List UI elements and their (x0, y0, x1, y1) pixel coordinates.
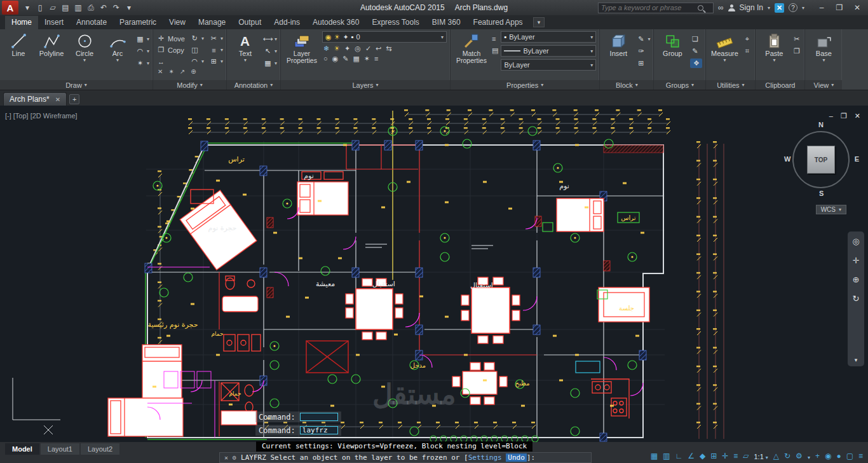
copy-clip-icon[interactable]: ❐ (792, 46, 801, 56)
join-button[interactable]: ⊕ (191, 68, 196, 75)
command-close-icon[interactable]: ✕ (224, 454, 228, 461)
layer-walk-tool-icon[interactable]: ▦ (353, 55, 359, 63)
panel-label-block[interactable]: Block▾ (600, 80, 653, 90)
base-button[interactable]: Base ▾ (808, 31, 839, 80)
command-input-bar[interactable]: ✕ ⚙ LAYFRZ Select an object on the layer… (219, 452, 592, 463)
cut-icon[interactable]: ✂ (792, 34, 801, 44)
panel-label-layers[interactable]: Layers▾ (281, 80, 450, 90)
move-button[interactable]: ✛Move (156, 34, 185, 43)
pan-icon[interactable]: ✛ (853, 256, 860, 265)
new-drawing-tab-button[interactable]: + (69, 94, 79, 104)
linetype-dropdown[interactable]: ByLayer ▾ (501, 45, 596, 57)
properties-list-icon[interactable]: ▤ (492, 46, 498, 55)
lineweight-icon[interactable]: ≡ (733, 452, 738, 460)
otrack-icon[interactable]: ✛ (722, 452, 728, 460)
minimize-button[interactable]: – (813, 1, 831, 14)
doc-tab-close-icon[interactable]: ✕ (55, 96, 60, 103)
layer-freeze-sun-icon[interactable]: ☀ (334, 33, 341, 41)
block-create-icon[interactable]: ⊞ (636, 59, 650, 68)
compass-south[interactable]: S (819, 190, 824, 197)
annotation-visibility-icon[interactable]: △ (773, 452, 779, 460)
mirror-button[interactable]: ◫ (190, 45, 204, 55)
panel-label-modify[interactable]: Modify▾ (153, 80, 226, 90)
linetype-caret-icon[interactable]: ▾ (590, 48, 593, 54)
measure-caret-icon[interactable]: ▾ (723, 58, 726, 62)
viewport-view-control[interactable]: [Top] (13, 112, 29, 120)
layer-select-dropdown[interactable]: ◉ ☀ ✦ ▪ 0 ▾ (322, 31, 447, 43)
scale-button[interactable]: ↗ (180, 68, 185, 75)
circle-caret-icon[interactable]: ▾ (83, 58, 86, 62)
clean-screen-icon[interactable]: ▢ (846, 452, 853, 460)
line-button[interactable]: Line (3, 31, 34, 80)
polar-icon[interactable]: ∠ (688, 452, 695, 460)
binoculars-icon[interactable]: ∞ (718, 3, 724, 12)
new-file-icon[interactable]: ▯ (34, 2, 46, 13)
ungroup-icon[interactable]: ❏ (690, 34, 702, 44)
viewport-visual-style-control[interactable]: [2D Wireframe] (31, 112, 78, 120)
vp-minimize-icon[interactable]: – (829, 112, 833, 120)
id-point-icon[interactable]: ⌖ (742, 34, 752, 44)
fillet-button[interactable]: ◠▾ (190, 57, 204, 66)
maximize-button[interactable]: ❐ (831, 1, 848, 14)
recent-input-box[interactable] (300, 413, 338, 421)
compass-east[interactable]: E (855, 155, 859, 163)
text-caret-icon[interactable]: ▾ (244, 58, 247, 62)
layer-match-tool-icon[interactable]: ✓ (365, 45, 371, 53)
undo-icon[interactable]: ↶ (98, 2, 109, 13)
panel-label-clipboard[interactable]: Clipboard (756, 80, 804, 90)
match-properties-button[interactable]: Match Properties (454, 31, 489, 80)
dimension-tool-icon[interactable]: ⟷▾ (263, 34, 277, 44)
tab-addins[interactable]: Add-ins (268, 16, 306, 29)
panel-label-utilities[interactable]: Utilities▾ (706, 80, 755, 90)
tab-insert[interactable]: Insert (38, 16, 70, 29)
group-button[interactable]: Group (657, 31, 688, 80)
workspace-gear-icon[interactable]: ⚙ (796, 452, 803, 460)
panel-label-draw[interactable]: Draw▾ (0, 80, 153, 90)
redo-icon[interactable]: ↷ (111, 2, 122, 13)
search-icon[interactable] (698, 5, 703, 11)
grid-icon[interactable]: ▦ (651, 452, 658, 460)
lineweight-dropdown[interactable]: ByLayer ▾ (501, 59, 596, 71)
rotate-button[interactable]: ↻▾ (190, 34, 204, 43)
layer-isolate-tool-icon[interactable]: ◎ (355, 45, 361, 53)
object-color-list-icon[interactable]: ≡ (492, 35, 498, 43)
leader-tool-icon[interactable]: ↖▾ (263, 46, 277, 56)
save-icon[interactable]: ▤ (60, 2, 71, 13)
viewport-menu-control[interactable]: [-] (5, 112, 11, 120)
tab-autodesk360[interactable]: Autodesk 360 (306, 16, 365, 29)
search-input[interactable] (601, 4, 695, 11)
layer-state-tool-icon[interactable]: ≡ (374, 55, 378, 63)
save-as-icon[interactable]: ▥ (72, 2, 84, 13)
tab-bim360[interactable]: BIM 360 (426, 16, 467, 29)
layer-on-off-tool-icon[interactable]: ☀ (334, 45, 340, 53)
offset-button[interactable]: ≡▾ (209, 45, 223, 55)
sign-in-caret-icon[interactable]: ▾ (768, 6, 770, 10)
tab-model[interactable]: Model (5, 443, 39, 455)
sign-in-button[interactable]: Sign In (740, 3, 763, 12)
open-file-icon[interactable]: ▱ (47, 2, 58, 13)
snap-icon[interactable]: ▥ (663, 452, 670, 460)
panel-label-properties[interactable]: Properties▾ (451, 80, 599, 90)
workspace-caret-icon[interactable]: ▾ (808, 455, 810, 460)
autocad-logo-icon[interactable]: A (2, 1, 18, 15)
customization-icon[interactable]: ≡ (858, 452, 863, 460)
steering-wheel-icon[interactable]: ◎ (852, 237, 859, 246)
array-button[interactable]: ⊞▾ (209, 57, 223, 66)
panel-label-view[interactable]: View▾ (805, 80, 842, 90)
layer-merge-tool-icon[interactable]: ⇆ (386, 45, 391, 53)
layer-properties-button[interactable]: Layer Properties (284, 31, 320, 80)
graphics-performance-icon[interactable]: ● (836, 452, 841, 460)
text-button[interactable]: A Text ▾ (230, 31, 261, 80)
doc-tab-arch-plans[interactable]: Arch Plans* ✕ (3, 92, 67, 106)
qat-customize-caret-icon[interactable]: ▾ (123, 2, 135, 13)
tab-layout2[interactable]: Layout2 (81, 443, 119, 455)
tab-output[interactable]: Output (232, 16, 268, 29)
layer-lock-tool-icon[interactable]: ✦ (344, 45, 350, 53)
app-menu-caret-icon[interactable]: ▾ (22, 2, 33, 13)
hatch-tool-icon[interactable]: ▦▾ (135, 34, 149, 44)
tab-view[interactable]: View (163, 16, 192, 29)
tab-manage[interactable]: Manage (192, 16, 232, 29)
group-edit-icon[interactable]: ✎ (690, 46, 702, 56)
paste-button[interactable]: Paste ▾ (759, 31, 789, 80)
zoom-icon[interactable]: ⊕ (853, 275, 860, 284)
